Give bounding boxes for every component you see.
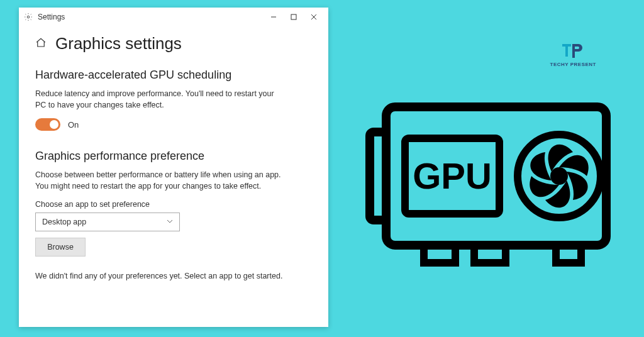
toggle-knob bbox=[50, 120, 58, 129]
window-controls bbox=[264, 10, 323, 24]
brand-tp-icon bbox=[550, 44, 596, 60]
svg-point-14 bbox=[550, 167, 568, 185]
page-header: Graphics settings bbox=[35, 34, 312, 53]
svg-rect-11 bbox=[556, 245, 581, 263]
svg-rect-6 bbox=[565, 44, 568, 57]
maximize-button[interactable] bbox=[284, 10, 303, 24]
gpu-scheduling-toggle-label: On bbox=[68, 120, 79, 130]
performance-pref-description: Choose between better performance or bat… bbox=[35, 169, 287, 192]
app-type-select[interactable]: Desktop app bbox=[35, 213, 180, 231]
brand-name: TECHY PRESENT bbox=[550, 62, 596, 67]
content-area: Graphics settings Hardware-accelerated G… bbox=[19, 26, 328, 288]
settings-icon bbox=[24, 13, 33, 21]
settings-window: Settings Graphics settings Hardware-acce… bbox=[19, 8, 328, 327]
page-title: Graphics settings bbox=[55, 34, 182, 53]
app-type-select-value: Desktop app bbox=[42, 218, 86, 226]
svg-rect-9 bbox=[424, 245, 455, 263]
window-title: Settings bbox=[38, 13, 65, 21]
gpu-scheduling-description: Reduce latency and improve performance. … bbox=[35, 88, 287, 111]
empty-preferences-message: We didn't find any of your preferences y… bbox=[35, 272, 312, 280]
gpu-label-text: GPU bbox=[413, 155, 492, 196]
brand-logo: TECHY PRESENT bbox=[550, 44, 596, 67]
titlebar: Settings bbox=[19, 8, 328, 26]
svg-rect-2 bbox=[291, 14, 296, 19]
gpu-scheduling-toggle-row: On bbox=[35, 118, 312, 131]
performance-pref-heading: Graphics performance preference bbox=[35, 150, 312, 163]
browse-button[interactable]: Browse bbox=[35, 238, 86, 257]
gpu-scheduling-toggle[interactable] bbox=[35, 118, 60, 131]
chevron-down-icon bbox=[167, 218, 173, 226]
gpu-illustration: GPU bbox=[361, 94, 619, 277]
svg-rect-8 bbox=[370, 132, 386, 220]
browse-button-label: Browse bbox=[47, 243, 74, 251]
svg-rect-10 bbox=[474, 245, 506, 263]
minimize-button[interactable] bbox=[264, 10, 283, 24]
app-select-label: Choose an app to set preference bbox=[35, 200, 312, 209]
gpu-scheduling-heading: Hardware-accelerated GPU scheduling bbox=[35, 69, 312, 82]
home-icon[interactable] bbox=[35, 37, 47, 51]
close-button[interactable] bbox=[304, 10, 323, 24]
svg-point-0 bbox=[27, 16, 30, 18]
